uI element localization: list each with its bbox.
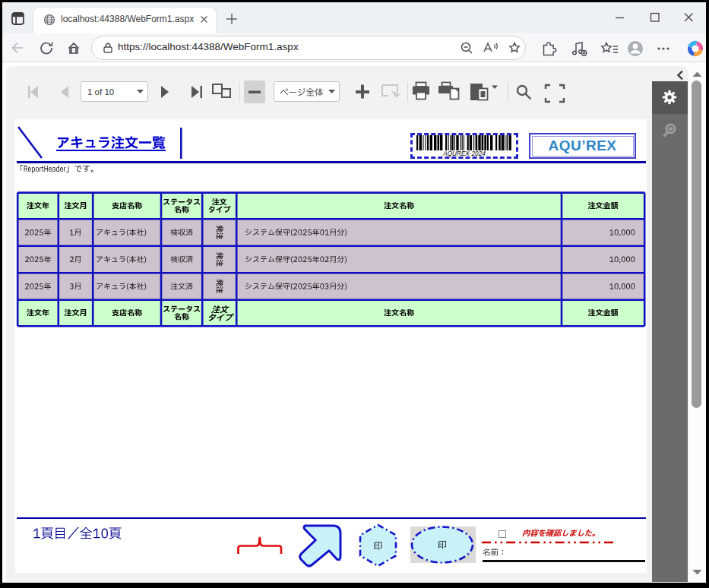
svg-text:AQUREX-2024: AQUREX-2024 (442, 150, 486, 157)
